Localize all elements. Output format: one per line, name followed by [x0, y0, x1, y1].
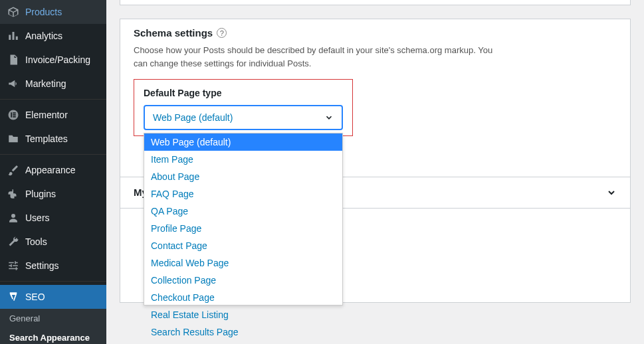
svg-rect-6: [13, 114, 16, 116]
cube-icon: [7, 5, 20, 19]
page-type-dropdown: Web Page (default) Item Page About Page …: [144, 133, 343, 305]
sidebar-item-settings[interactable]: Settings: [0, 254, 106, 278]
main-content: Schema settings ? Choose how your Posts …: [106, 0, 644, 344]
wrench-icon: [7, 235, 20, 248]
seo-submenu-general[interactable]: General: [0, 309, 106, 328]
svg-rect-0: [9, 35, 11, 41]
schema-description: Choose how your Posts should be describe…: [134, 44, 506, 70]
dropdown-option[interactable]: Real Estate Listing: [144, 306, 342, 323]
plug-icon: [7, 187, 20, 201]
megaphone-icon: [7, 77, 20, 90]
sidebar-label: SEO: [25, 292, 45, 302]
dropdown-option[interactable]: Item Page: [144, 151, 342, 168]
sidebar-item-users[interactable]: Users: [0, 206, 106, 230]
dropdown-option[interactable]: Contact Page: [144, 237, 342, 254]
svg-rect-1: [13, 32, 15, 40]
brush-icon: [7, 163, 20, 177]
yoast-icon: [7, 290, 20, 303]
sliders-icon: [7, 259, 20, 272]
divider: [0, 99, 106, 100]
dropdown-option[interactable]: Profile Page: [144, 220, 342, 237]
divider: [0, 281, 106, 282]
sidebar-label: Tools: [25, 236, 47, 247]
previous-card-edge: [120, 0, 631, 5]
sidebar-label: Settings: [25, 260, 59, 271]
dropdown-option[interactable]: FAQ Page: [144, 185, 342, 203]
schema-title: Schema settings ?: [134, 27, 617, 39]
sidebar-item-invoice[interactable]: Invoice/Packing: [0, 48, 106, 72]
dropdown-option[interactable]: Checkout Page: [144, 289, 342, 306]
help-icon[interactable]: ?: [217, 28, 227, 38]
sidebar-item-elementor[interactable]: Elementor: [0, 103, 106, 127]
sidebar-label: Elementor: [25, 110, 68, 120]
dropdown-option[interactable]: About Page: [144, 168, 342, 185]
dropdown-option[interactable]: QA Page: [144, 203, 342, 220]
schema-settings-panel: Schema settings ? Choose how your Posts …: [120, 19, 631, 303]
sidebar-label: Templates: [25, 133, 68, 144]
elementor-icon: [7, 108, 20, 122]
sidebar-item-seo[interactable]: SEO: [0, 285, 106, 309]
sidebar-label: Users: [25, 213, 50, 223]
sidebar-item-analytics[interactable]: Analytics: [0, 24, 106, 48]
dropdown-option[interactable]: Search Results Page: [144, 323, 342, 341]
select-value: Web Page (default): [153, 112, 233, 123]
sidebar-item-appearance[interactable]: Appearance: [0, 158, 106, 182]
svg-rect-2: [16, 37, 18, 40]
document-icon: [7, 53, 20, 66]
svg-rect-7: [13, 116, 16, 118]
default-page-type-label: Default Page type: [144, 88, 343, 98]
default-page-type-box: Default Page type Web Page (default) Web…: [134, 79, 353, 136]
dropdown-option[interactable]: Collection Page: [144, 272, 342, 289]
sidebar-label: Plugins: [25, 189, 56, 199]
svg-rect-4: [11, 112, 12, 118]
user-icon: [7, 211, 20, 224]
svg-point-8: [11, 214, 15, 218]
sidebar-label: Invoice/Packing: [25, 54, 90, 65]
sidebar-item-plugins[interactable]: Plugins: [0, 182, 106, 206]
page-type-select[interactable]: Web Page (default): [144, 105, 343, 130]
sidebar-label: Products: [25, 7, 62, 17]
dropdown-option[interactable]: Web Page (default): [144, 133, 342, 151]
sidebar-item-templates[interactable]: Templates: [0, 127, 106, 151]
dropdown-option[interactable]: Medical Web Page: [144, 254, 342, 272]
sidebar-item-marketing[interactable]: Marketing: [0, 72, 106, 96]
bar-chart-icon: [7, 29, 20, 43]
svg-rect-5: [13, 112, 16, 114]
sidebar-label: Marketing: [25, 78, 66, 89]
sidebar-item-products[interactable]: Products: [0, 0, 106, 24]
chevron-down-icon: [606, 187, 617, 198]
folder-icon: [7, 132, 20, 145]
divider: [0, 154, 106, 155]
seo-submenu-search-appearance[interactable]: Search Appearance: [0, 328, 106, 344]
chevron-down-icon: [324, 113, 334, 122]
admin-sidebar: Products Analytics Invoice/Packing Marke…: [0, 0, 106, 344]
sidebar-label: Appearance: [25, 165, 76, 175]
sidebar-item-tools[interactable]: Tools: [0, 230, 106, 254]
sidebar-label: Analytics: [25, 31, 62, 41]
